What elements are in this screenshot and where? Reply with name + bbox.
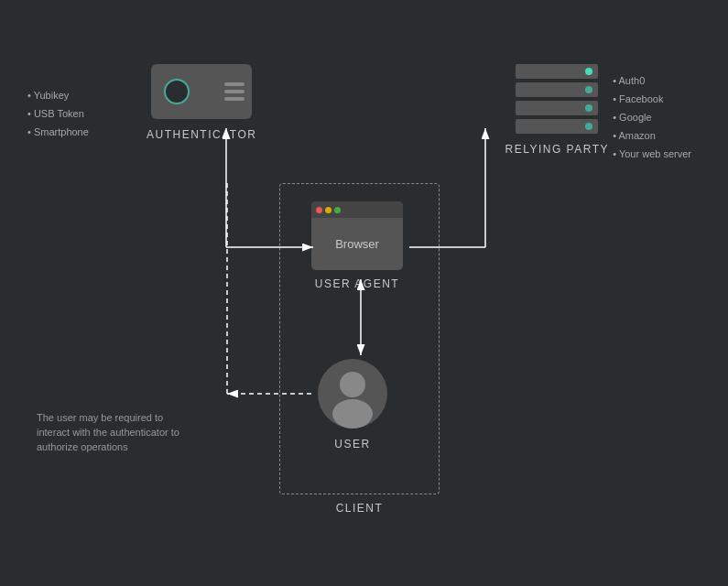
rp-list-item-facebook: Facebook: [613, 90, 691, 108]
device-line: [224, 82, 244, 86]
svg-point-1: [340, 372, 365, 397]
user-section: USER: [316, 357, 389, 450]
rp-list-item-google: Google: [613, 108, 691, 126]
auth-list-item-yubikey: Yubikey: [27, 86, 89, 104]
diagram-container: Yubikey USB Token Smartphone AUTHENTICAT…: [0, 0, 728, 586]
user-label: USER: [334, 438, 370, 450]
auth-list-item-smartphone: Smartphone: [27, 123, 89, 141]
authenticator-device: [151, 64, 252, 119]
device-line: [224, 97, 244, 101]
rp-list: Auth0 Facebook Google Amazon Your web se…: [613, 71, 691, 163]
authenticator-list: Yubikey USB Token Smartphone: [27, 86, 89, 141]
server-row: [516, 119, 598, 134]
client-label: CLIENT: [279, 502, 440, 515]
authenticator-label: AUTHENTICATOR: [147, 128, 256, 141]
note-text: The user may be required to interact wit…: [37, 410, 183, 454]
server-row: [516, 82, 598, 97]
server-dot: [585, 68, 592, 75]
user-agent-label: USER AGENT: [315, 277, 399, 290]
svg-point-2: [332, 399, 373, 429]
browser-dot-green: [334, 207, 341, 213]
server-stack: [516, 64, 598, 134]
server-dot: [585, 104, 592, 112]
user-agent-section: Browser USER AGENT: [311, 201, 403, 290]
browser-titlebar: [311, 201, 403, 218]
relying-party-section: RELYING PARTY: [505, 64, 609, 156]
user-avatar-icon: [316, 357, 389, 430]
server-row: [516, 64, 598, 79]
rp-list-item-amazon: Amazon: [613, 126, 691, 145]
rp-list-item-webserver: Your web server: [613, 145, 691, 163]
server-dot: [585, 123, 592, 130]
browser-dot-red: [316, 207, 322, 213]
device-lines: [224, 82, 244, 101]
rp-list-item-auth0: Auth0: [613, 71, 691, 90]
auth-list-item-usb: USB Token: [27, 104, 89, 123]
browser-window: Browser: [311, 201, 403, 270]
server-dot: [585, 86, 592, 93]
browser-dot-yellow: [325, 207, 331, 213]
authenticator-section: AUTHENTICATOR: [147, 64, 256, 141]
device-circle: [164, 79, 190, 104]
server-row: [516, 101, 598, 115]
relying-party-label: RELYING PARTY: [505, 143, 609, 156]
device-line: [224, 90, 244, 93]
browser-content: Browser: [311, 218, 403, 270]
